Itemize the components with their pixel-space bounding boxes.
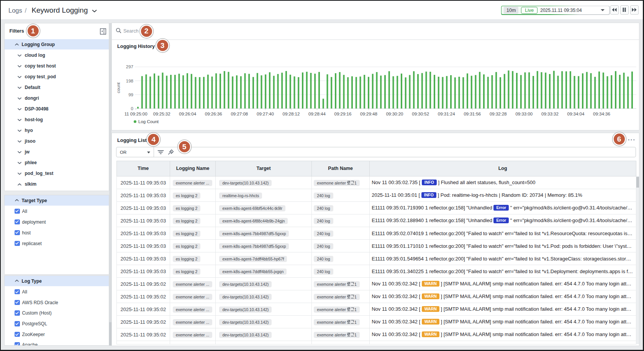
svg-text:09:30:52: 09:30:52 — [412, 112, 429, 116]
svg-text:198: 198 — [126, 79, 133, 83]
svg-text:09:28:12: 09:28:12 — [283, 112, 300, 116]
svg-text:0: 0 — [131, 106, 133, 111]
svg-text:09:27:08: 09:27:08 — [231, 112, 248, 116]
svg-text:09:29:16: 09:29:16 — [334, 112, 352, 116]
svg-text:297: 297 — [126, 64, 133, 69]
svg-text:09:32:28: 09:32:28 — [490, 112, 507, 116]
svg-text:Log Count: Log Count — [138, 119, 159, 124]
svg-text:11 09:25:00: 11 09:25:00 — [125, 112, 147, 116]
svg-text:09:31:24: 09:31:24 — [438, 112, 455, 116]
svg-text:09:34:36: 09:34:36 — [593, 112, 610, 116]
svg-text:09:34:04: 09:34:04 — [567, 112, 585, 116]
svg-text:09:33:32: 09:33:32 — [541, 112, 559, 116]
svg-text:09:27:40: 09:27:40 — [257, 112, 274, 116]
svg-text:09:30:20: 09:30:20 — [386, 112, 403, 116]
svg-text:09:33:00: 09:33:00 — [515, 112, 533, 116]
svg-text:09:26:04: 09:26:04 — [179, 112, 196, 116]
svg-text:09:31:56: 09:31:56 — [464, 112, 481, 116]
svg-text:09:29:48: 09:29:48 — [360, 112, 377, 116]
svg-text:09:28:44: 09:28:44 — [308, 112, 326, 116]
svg-text:99: 99 — [128, 92, 133, 97]
svg-text:count: count — [116, 82, 121, 93]
svg-text:09:26:36: 09:26:36 — [205, 112, 222, 116]
svg-text:09:25:32: 09:25:32 — [153, 112, 170, 116]
